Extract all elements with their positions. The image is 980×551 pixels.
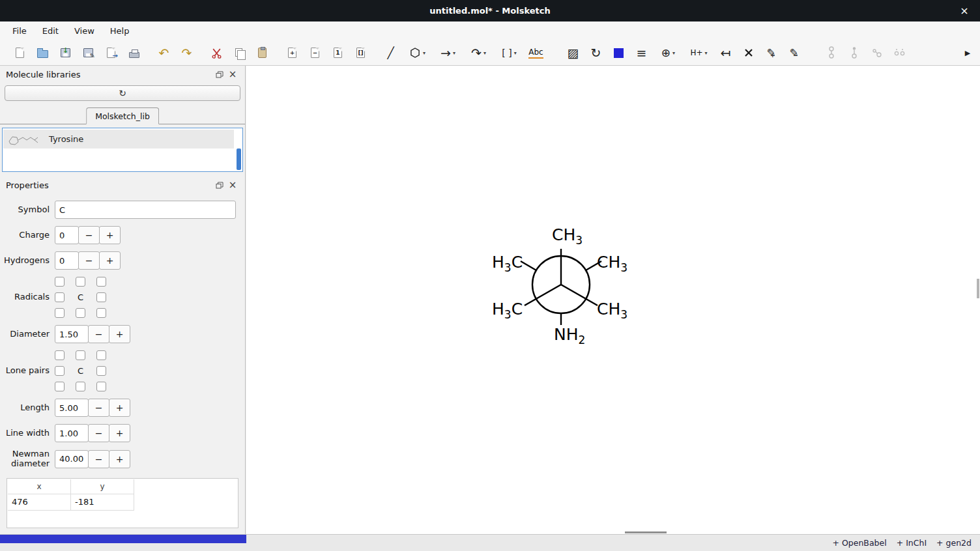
atom-label-bottom[interactable]: NH2 bbox=[554, 325, 585, 346]
coord-column-header-y[interactable]: y bbox=[71, 479, 134, 494]
hydrogens-input[interactable] bbox=[55, 251, 79, 270]
rotate-tool-button[interactable]: ↻ bbox=[584, 43, 607, 63]
pencil-plus-button[interactable]: ✎+ bbox=[760, 43, 783, 63]
atom-label-lower-right[interactable]: CH3 bbox=[597, 300, 627, 321]
menu-view[interactable]: View bbox=[66, 23, 102, 38]
library-close-button[interactable]: × bbox=[226, 68, 239, 81]
lone-pair-checkbox[interactable] bbox=[55, 350, 65, 360]
paste-button[interactable] bbox=[251, 43, 274, 63]
lone-pair-checkbox[interactable] bbox=[55, 382, 65, 391]
line-width-decrement-button[interactable]: − bbox=[88, 424, 109, 442]
charge-input[interactable] bbox=[55, 226, 79, 244]
canvas-horizontal-scrollbar-handle[interactable] bbox=[625, 531, 667, 533]
charge-increment-button[interactable]: + bbox=[99, 226, 121, 244]
lone-pair-checkbox[interactable] bbox=[76, 382, 85, 391]
length-input[interactable] bbox=[55, 399, 89, 417]
newman-increment-button[interactable]: + bbox=[109, 450, 130, 468]
lone-pair-checkbox[interactable] bbox=[96, 366, 106, 376]
delete-tool-button[interactable] bbox=[737, 43, 760, 63]
line-width-increment-button[interactable]: + bbox=[109, 424, 130, 442]
front-bond-lower-left[interactable] bbox=[525, 285, 561, 305]
toolbar-overflow-button[interactable]: ▶ bbox=[958, 43, 977, 63]
radical-checkbox[interactable] bbox=[76, 308, 85, 318]
radical-checkbox[interactable] bbox=[96, 308, 106, 318]
atom-label-top[interactable]: CH3 bbox=[552, 225, 583, 247]
atom-label-lower-left[interactable]: H3C bbox=[492, 300, 523, 321]
radical-checkbox[interactable] bbox=[55, 277, 65, 287]
ring-dropdown-icon[interactable]: ▾ bbox=[423, 50, 425, 56]
length-increment-button[interactable]: + bbox=[109, 399, 130, 417]
copy-button[interactable] bbox=[228, 43, 251, 63]
draw-bond-button[interactable]: ╱ bbox=[379, 43, 402, 63]
menu-help[interactable]: Help bbox=[102, 23, 137, 38]
coord-cell-x[interactable]: 476 bbox=[8, 494, 71, 511]
bracket-tool-button[interactable]: [ ] ▾ bbox=[494, 43, 525, 63]
charge-tool-button[interactable]: ⊕ ▾ bbox=[653, 43, 684, 63]
newman-diameter-input[interactable] bbox=[55, 450, 89, 468]
list-item-tyrosine[interactable]: Tyrosine bbox=[3, 130, 234, 148]
save-button[interactable]: ↓ bbox=[54, 43, 77, 63]
tab-molsketch-lib[interactable]: Molsketch_lib bbox=[86, 107, 159, 124]
diameter-decrement-button[interactable]: − bbox=[88, 325, 109, 343]
zoom-fit-button[interactable]: [] bbox=[349, 43, 372, 63]
menu-file[interactable]: File bbox=[5, 23, 35, 38]
diameter-increment-button[interactable]: + bbox=[109, 325, 130, 343]
symbol-input[interactable] bbox=[55, 201, 236, 219]
radical-checkbox[interactable] bbox=[96, 277, 106, 287]
length-decrement-button[interactable]: − bbox=[88, 399, 109, 417]
bracket-dropdown-icon[interactable]: ▾ bbox=[514, 50, 517, 56]
library-scrollbar-handle[interactable] bbox=[237, 148, 241, 170]
library-float-button[interactable] bbox=[213, 68, 226, 81]
zoom-out-button[interactable]: − bbox=[304, 43, 326, 63]
open-button[interactable] bbox=[31, 43, 54, 63]
radical-checkbox[interactable] bbox=[76, 277, 85, 287]
curved-arrow-dropdown-icon[interactable]: ▾ bbox=[483, 50, 486, 56]
hydrogen-tool-button[interactable]: H+ ▾ bbox=[684, 43, 714, 63]
save-as-button[interactable]: ✎ bbox=[77, 43, 100, 63]
library-list[interactable]: Tyrosine bbox=[2, 128, 243, 172]
back-bond-upper-left[interactable] bbox=[521, 261, 536, 270]
radical-checkbox[interactable] bbox=[96, 292, 106, 302]
lone-pair-checkbox[interactable] bbox=[76, 350, 85, 360]
canvas-vertical-scrollbar-handle[interactable] bbox=[977, 279, 979, 298]
radical-checkbox[interactable] bbox=[55, 292, 65, 302]
front-bond-lower-right[interactable] bbox=[561, 285, 598, 305]
export-button[interactable]: → bbox=[100, 43, 122, 63]
print-button[interactable] bbox=[122, 43, 145, 63]
drawing-canvas[interactable]: CH3 H3C CH3 H3C CH3 NH2 bbox=[246, 66, 980, 534]
undo-button[interactable]: ↶ bbox=[152, 43, 175, 63]
reaction-arrow-button[interactable]: → ▾ bbox=[433, 43, 463, 63]
line-width-input[interactable] bbox=[55, 424, 89, 442]
lone-pair-checkbox[interactable] bbox=[96, 382, 106, 391]
library-refresh-button[interactable]: ↻ bbox=[5, 85, 240, 101]
electron-arrow-button[interactable]: ↤ bbox=[714, 43, 737, 63]
ring-tool-button[interactable]: ▾ bbox=[402, 43, 433, 63]
atom-label-upper-right[interactable]: CH3 bbox=[597, 253, 627, 274]
zoom-in-button[interactable]: + bbox=[281, 43, 304, 63]
charge-dropdown-icon[interactable]: ▾ bbox=[672, 50, 675, 56]
window-close-button[interactable]: × bbox=[955, 0, 973, 21]
diameter-input[interactable] bbox=[55, 325, 89, 343]
redo-button[interactable]: ↷ bbox=[175, 43, 198, 63]
atom-label-upper-left[interactable]: H3C bbox=[492, 253, 523, 274]
reaction-arrow-dropdown-icon[interactable]: ▾ bbox=[453, 50, 455, 56]
newman-decrement-button[interactable]: − bbox=[88, 450, 109, 468]
radical-checkbox[interactable] bbox=[55, 308, 65, 318]
charge-decrement-button[interactable]: − bbox=[78, 226, 100, 244]
lone-pair-checkbox[interactable] bbox=[55, 366, 65, 376]
lone-pair-checkbox[interactable] bbox=[96, 350, 106, 360]
hydrogens-increment-button[interactable]: + bbox=[99, 251, 121, 270]
coord-cell-y[interactable]: -181 bbox=[71, 494, 134, 511]
coord-column-header-x[interactable]: x bbox=[8, 479, 71, 494]
new-button[interactable] bbox=[8, 43, 31, 63]
color-picker-button[interactable] bbox=[607, 43, 630, 63]
curved-arrow-button[interactable]: ↷ ▾ bbox=[463, 43, 494, 63]
zoom-original-button[interactable]: 1 bbox=[326, 43, 349, 63]
cut-button[interactable] bbox=[205, 43, 228, 63]
menu-edit[interactable]: Edit bbox=[35, 23, 66, 38]
text-tool-button[interactable]: Abc bbox=[525, 43, 547, 63]
hatch-tool-button[interactable]: ▨ bbox=[562, 43, 584, 63]
pencil-minus-button[interactable]: ✎− bbox=[783, 43, 805, 63]
properties-float-button[interactable] bbox=[213, 178, 226, 191]
hydrogen-dropdown-icon[interactable]: ▾ bbox=[705, 50, 708, 56]
